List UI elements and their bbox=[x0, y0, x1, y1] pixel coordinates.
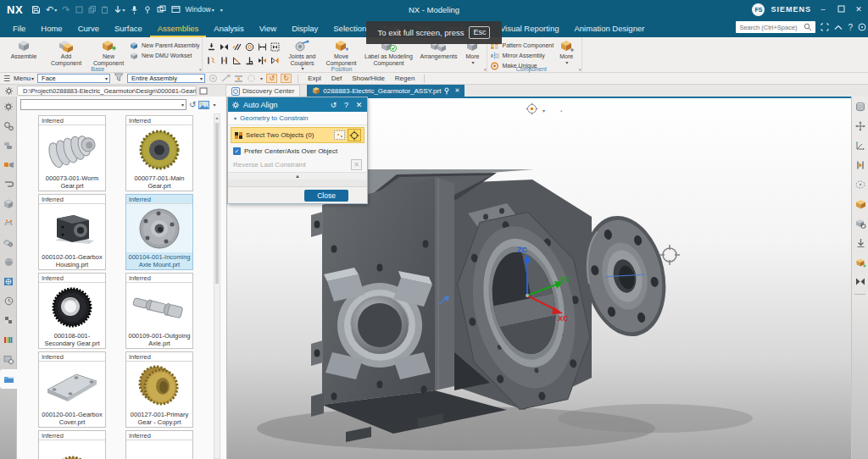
snap-center-icon[interactable] bbox=[247, 74, 256, 83]
part-box-icon[interactable] bbox=[0, 194, 17, 213]
move-component-tool-icon[interactable] bbox=[852, 116, 868, 135]
switch-window-icon[interactable] bbox=[157, 5, 166, 14]
rotate-view-right-button[interactable]: ↻ bbox=[281, 74, 292, 83]
history-clock-icon[interactable] bbox=[0, 291, 17, 311]
auto-align-constraint-icon[interactable] bbox=[269, 54, 281, 67]
dialog-help-icon[interactable]: ? bbox=[342, 101, 351, 109]
part-card-secondary-gear[interactable]: Inferred 000108-001-Secondary Gear.prt bbox=[38, 273, 106, 349]
part-card-worm-gear[interactable]: Inferred 000073-001-Worm Gear.prt bbox=[38, 115, 106, 191]
voice-command-icon[interactable] bbox=[131, 5, 138, 14]
pin-icon[interactable] bbox=[443, 87, 450, 95]
snap-mid-icon[interactable] bbox=[234, 74, 243, 83]
perpendicular-constraint-icon[interactable] bbox=[243, 54, 255, 67]
fix-constraint-icon[interactable] bbox=[269, 41, 281, 53]
distance-constraint-icon[interactable] bbox=[256, 41, 268, 53]
dialog-title-bar[interactable]: Auto Align ↺ ? ✕ bbox=[228, 97, 367, 112]
selection-type-filter[interactable]: Face▾ bbox=[37, 74, 110, 83]
tab-animation-designer[interactable]: Animation Designer bbox=[566, 19, 652, 37]
tab-visual-reporting[interactable]: Visual Reporting bbox=[492, 19, 567, 37]
checkbox-checked-icon[interactable]: ✓ bbox=[233, 147, 241, 155]
parallel-constraint-icon[interactable] bbox=[231, 41, 242, 53]
help-icon[interactable]: ? bbox=[848, 23, 853, 32]
color-palette-icon[interactable] bbox=[0, 330, 17, 350]
new-parent-assembly-button[interactable]: New Parent Assembly bbox=[130, 41, 199, 50]
rotate-view-left-button[interactable]: ↺ bbox=[266, 74, 277, 83]
selection-filter-icon[interactable] bbox=[114, 73, 124, 84]
part-card-partial-1[interactable]: Inferred bbox=[38, 430, 106, 459]
concentric-constraint-icon[interactable] bbox=[243, 41, 255, 53]
part-card-partial-2[interactable]: Inferred bbox=[125, 430, 193, 459]
user-avatar[interactable]: FS bbox=[752, 3, 765, 16]
prefer-center-axis-row[interactable]: ✓ Prefer Center/Axis Over Object bbox=[228, 145, 367, 158]
snap-caret-icon[interactable]: ▾ bbox=[542, 108, 545, 113]
base-dialog-launcher-icon[interactable]: ▾ bbox=[199, 67, 202, 72]
panel-scrollbar[interactable]: ▲ bbox=[214, 113, 220, 459]
web-browser-icon[interactable] bbox=[0, 272, 17, 291]
thumbnail-view-icon[interactable] bbox=[198, 101, 209, 109]
part-card-gearbox-cover[interactable]: Inferred 000120-001-Gearbox Cover.prt bbox=[38, 351, 106, 428]
regen-link[interactable]: Regen bbox=[395, 75, 415, 82]
new-component-tool-icon[interactable] bbox=[852, 252, 868, 272]
tab-home[interactable]: Home bbox=[33, 19, 70, 37]
position-dialog-launcher-icon[interactable]: ▾ bbox=[484, 67, 487, 72]
align-stop-constraint-icon[interactable] bbox=[256, 54, 268, 67]
window-layout-icon[interactable] bbox=[171, 5, 181, 14]
qat-customize-icon[interactable]: ▾ bbox=[220, 7, 223, 13]
new-window-icon[interactable] bbox=[197, 85, 210, 97]
point-snap-target-icon[interactable] bbox=[526, 102, 538, 119]
image-history-icon[interactable] bbox=[0, 350, 17, 369]
scrollbar-thumb[interactable] bbox=[215, 123, 219, 284]
mirror-assembly-button[interactable]: Mirror Assembly bbox=[490, 51, 554, 60]
process-flag-icon[interactable] bbox=[0, 311, 17, 330]
cut-icon[interactable] bbox=[75, 6, 83, 14]
part-cylinder-icon[interactable] bbox=[852, 97, 868, 116]
tab-surface[interactable]: Surface bbox=[107, 19, 150, 37]
exploded-view-link[interactable]: Expl bbox=[308, 75, 321, 82]
snap-point-icon[interactable] bbox=[209, 74, 218, 83]
select-two-objects-row[interactable]: Select Two Objects (0) bbox=[231, 127, 364, 143]
part-card-incoming-axle-mount[interactable]: Inferred 000104-001-Incoming Axle Mount.… bbox=[125, 194, 193, 270]
repeat-command-icon[interactable]: ▾ bbox=[114, 5, 125, 14]
collapsed-toolbar-dot-icon[interactable]: ▪ bbox=[560, 108, 562, 113]
folder-path-box[interactable]: D:\Project\0288883-Electric_Gearmotor\De… bbox=[17, 86, 197, 96]
sphere-icon[interactable] bbox=[0, 252, 17, 272]
tab-discovery-center[interactable]: Discovery Center bbox=[225, 85, 300, 97]
find-component-icon[interactable] bbox=[852, 213, 868, 233]
part-card-main-gear[interactable]: Inferred 000077-001-Main Gear.prt bbox=[125, 115, 193, 191]
show-hide-link[interactable]: Show/Hide bbox=[352, 75, 385, 82]
part-card-gearbox-housing[interactable]: Inferred 000102-001-Gearbox Housing.prt bbox=[38, 194, 106, 270]
move-component-button[interactable]: Move Component bbox=[321, 38, 360, 66]
add-component-button[interactable]: Add Component bbox=[45, 38, 87, 66]
fullscreen-icon[interactable] bbox=[821, 23, 829, 31]
panel-filter-combo[interactable]: ▾ bbox=[20, 99, 186, 110]
assembly-navigator-icon[interactable] bbox=[0, 135, 17, 155]
paste-icon[interactable] bbox=[101, 6, 108, 14]
search-input[interactable] bbox=[739, 24, 804, 31]
restore-button[interactable] bbox=[835, 5, 847, 14]
reuse-library-icon[interactable] bbox=[0, 213, 17, 233]
feedback-icon[interactable] bbox=[858, 23, 866, 31]
clamp-icon[interactable] bbox=[0, 174, 17, 194]
part-card-primary-gear[interactable]: Inferred 000127-001-Primary Gear - Copy.… bbox=[125, 351, 193, 428]
tab-analysis[interactable]: Analysis bbox=[206, 19, 251, 37]
dialog-close-icon[interactable]: ✕ bbox=[354, 101, 364, 109]
show-degrees-freedom-icon[interactable] bbox=[852, 174, 868, 194]
snap-options-caret-icon[interactable]: ▾ bbox=[260, 75, 263, 81]
close-tab-icon[interactable]: ✕ bbox=[454, 87, 459, 94]
scroll-up-arrow-icon[interactable]: ▲ bbox=[214, 114, 220, 121]
selection-scope-filter[interactable]: Entire Assembly▾ bbox=[127, 74, 205, 83]
tab-file[interactable]: File bbox=[5, 19, 33, 37]
hamburger-icon[interactable]: ☰ bbox=[3, 75, 10, 83]
search-icon[interactable] bbox=[804, 19, 812, 35]
save-icon[interactable] bbox=[31, 5, 41, 14]
snap-end-icon[interactable] bbox=[221, 74, 231, 83]
part-card-outgoing-axle[interactable]: Inferred 000109-001-Outgoing Axle.prt bbox=[125, 273, 193, 349]
snap-point-target-button[interactable] bbox=[348, 129, 361, 141]
tab-view[interactable]: View bbox=[252, 19, 284, 37]
close-button[interactable]: Close bbox=[304, 190, 348, 202]
import-arrow-icon[interactable] bbox=[852, 233, 868, 252]
angle-constraint-icon[interactable] bbox=[231, 54, 242, 67]
redo-icon[interactable]: ↷ bbox=[62, 4, 70, 15]
geometry-section-header[interactable]: ▾ Geometry to Constrain bbox=[228, 112, 367, 125]
component-tool-icon[interactable] bbox=[852, 194, 868, 213]
